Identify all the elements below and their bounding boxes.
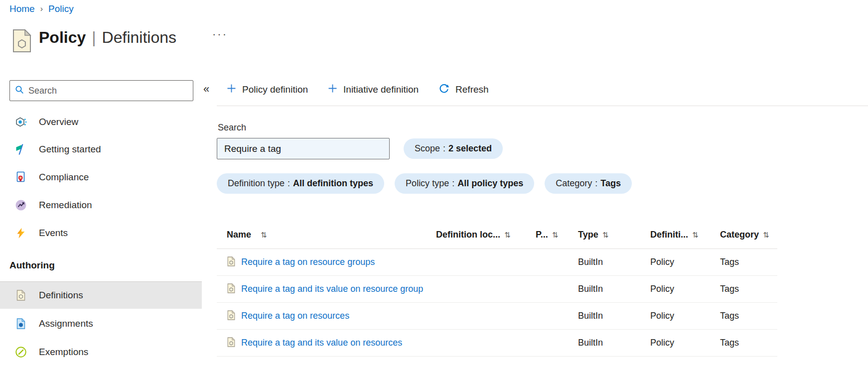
- cell-category: Tags: [720, 257, 777, 267]
- filter-search-label: Search: [218, 123, 246, 133]
- refresh-button[interactable]: Refresh: [438, 83, 489, 97]
- definitions-document-icon: [15, 289, 27, 301]
- pill-separator: :: [595, 178, 597, 189]
- column-label: Name: [227, 230, 251, 240]
- refresh-label: Refresh: [455, 84, 489, 95]
- sidebar-item-label: Definitions: [39, 290, 83, 301]
- azure-policy-definitions-page: Home › Policy Policy | Definitions ··· «: [0, 0, 868, 370]
- column-label: Category: [720, 230, 759, 240]
- sort-icon: ⇅: [763, 231, 769, 240]
- policy-document-icon: [11, 29, 33, 55]
- policy-document-icon: [227, 283, 236, 295]
- cell-type: BuiltIn: [578, 338, 650, 348]
- breadcrumb-home-link[interactable]: Home: [9, 3, 35, 14]
- plus-icon: [227, 84, 236, 96]
- cell-name: Require a tag and its value on resources: [217, 337, 436, 349]
- sidebar-item-label: Exemptions: [39, 347, 88, 358]
- table-header-row: Name ⇅ Definition loc... ⇅ P... ⇅ Type ⇅…: [217, 221, 777, 249]
- sidebar-item-remediation[interactable]: Remediation: [0, 194, 202, 216]
- sidebar-collapse-icon[interactable]: «: [203, 83, 209, 96]
- overview-icon: [15, 116, 27, 128]
- scope-filter-pill[interactable]: Scope : 2 selected: [404, 138, 503, 159]
- policy-document-icon: [227, 337, 236, 349]
- policy-definition-button[interactable]: Policy definition: [227, 84, 308, 96]
- cell-category: Tags: [720, 311, 777, 321]
- sort-icon: ⇅: [504, 231, 511, 240]
- search-icon: [15, 85, 24, 96]
- pill-value: All policy types: [457, 178, 523, 189]
- sidebar-item-events[interactable]: Events: [0, 222, 202, 244]
- more-options-icon[interactable]: ···: [212, 28, 228, 41]
- column-header-category[interactable]: Category ⇅: [720, 230, 777, 240]
- sidebar-item-label: Assignments: [39, 318, 93, 329]
- events-lightning-icon: [15, 227, 27, 239]
- assignments-document-icon: [15, 318, 27, 330]
- page-title: Policy | Definitions: [39, 26, 176, 49]
- cell-category: Tags: [720, 284, 777, 294]
- policy-definition-label: Policy definition: [242, 84, 308, 95]
- cell-definition-type: Policy: [650, 311, 720, 321]
- sidebar-item-assignments[interactable]: Assignments: [0, 313, 202, 335]
- filter-pill-row: Definition type : All definition types P…: [217, 173, 632, 194]
- definition-link[interactable]: Require a tag on resources: [241, 311, 349, 321]
- page-title-primary: Policy: [39, 26, 86, 49]
- table-row[interactable]: Require a tag on resource groups BuiltIn…: [217, 249, 777, 276]
- column-header-name[interactable]: Name ⇅: [217, 230, 436, 240]
- column-header-p[interactable]: P... ⇅: [536, 230, 578, 240]
- pill-separator: :: [443, 143, 445, 154]
- breadcrumb: Home › Policy: [9, 3, 74, 14]
- definition-search-input[interactable]: [217, 138, 390, 159]
- column-header-definition-location[interactable]: Definition loc... ⇅: [436, 230, 536, 240]
- breadcrumb-separator-icon: ›: [40, 4, 43, 13]
- sidebar-item-overview[interactable]: Overview: [0, 111, 202, 133]
- toolbar-divider: [217, 106, 868, 106]
- definitions-table: Name ⇅ Definition loc... ⇅ P... ⇅ Type ⇅…: [217, 221, 777, 357]
- table-row[interactable]: Require a tag and its value on resources…: [217, 330, 777, 357]
- pill-label: Definition type: [228, 178, 285, 189]
- cell-name: Require a tag on resource groups: [217, 256, 436, 268]
- initiative-definition-button[interactable]: Initiative definition: [328, 84, 419, 96]
- remediation-trend-icon: [15, 199, 27, 211]
- sidebar-item-definitions[interactable]: Definitions: [0, 282, 202, 309]
- pill-label: Policy type: [406, 178, 449, 189]
- policy-type-filter-pill[interactable]: Policy type : All policy types: [395, 173, 534, 194]
- table-row[interactable]: Require a tag on resources BuiltIn Polic…: [217, 303, 777, 330]
- column-label: Type: [578, 230, 598, 240]
- breadcrumb-policy-link[interactable]: Policy: [48, 3, 74, 14]
- sidebar-item-getting-started[interactable]: Getting started: [0, 138, 202, 160]
- sidebar-item-compliance[interactable]: Compliance: [0, 166, 202, 188]
- pill-label: Category: [556, 178, 592, 189]
- cell-type: BuiltIn: [578, 284, 650, 294]
- column-header-type[interactable]: Type ⇅: [578, 230, 650, 240]
- sidebar-item-exemptions[interactable]: Exemptions: [0, 341, 202, 363]
- definition-link[interactable]: Require a tag and its value on resource …: [241, 284, 423, 294]
- sidebar-search-input[interactable]: [28, 86, 188, 96]
- sidebar-item-label: Remediation: [39, 200, 92, 211]
- sort-icon: ⇅: [552, 231, 559, 240]
- sidebar-item-label: Events: [39, 228, 68, 239]
- column-header-definition-type[interactable]: Definiti... ⇅: [650, 230, 720, 240]
- pill-separator: :: [452, 178, 454, 189]
- table-row[interactable]: Require a tag and its value on resource …: [217, 276, 777, 303]
- column-label: Definiti...: [650, 230, 688, 240]
- plus-icon: [328, 84, 337, 96]
- pill-value: Tags: [600, 178, 621, 189]
- definition-link[interactable]: Require a tag on resource groups: [241, 257, 375, 267]
- definition-type-filter-pill[interactable]: Definition type : All definition types: [217, 173, 384, 194]
- cell-name: Require a tag and its value on resource …: [217, 283, 436, 295]
- scope-pill-value: 2 selected: [448, 143, 492, 154]
- cell-type: BuiltIn: [578, 311, 650, 321]
- cell-definition-type: Policy: [650, 257, 720, 267]
- getting-started-flag-icon: [15, 143, 27, 155]
- sort-icon: ⇅: [261, 231, 267, 240]
- sidebar-item-label: Getting started: [39, 144, 101, 155]
- definition-link[interactable]: Require a tag and its value on resources: [241, 338, 402, 348]
- cell-definition-type: Policy: [650, 284, 720, 294]
- sidebar-item-label: Overview: [39, 117, 78, 127]
- sort-icon: ⇅: [692, 231, 699, 240]
- sort-icon: ⇅: [602, 231, 609, 240]
- cell-type: BuiltIn: [578, 257, 650, 267]
- exemptions-icon: [15, 346, 27, 358]
- sidebar-search-box[interactable]: [9, 80, 193, 101]
- category-filter-pill[interactable]: Category : Tags: [545, 173, 632, 194]
